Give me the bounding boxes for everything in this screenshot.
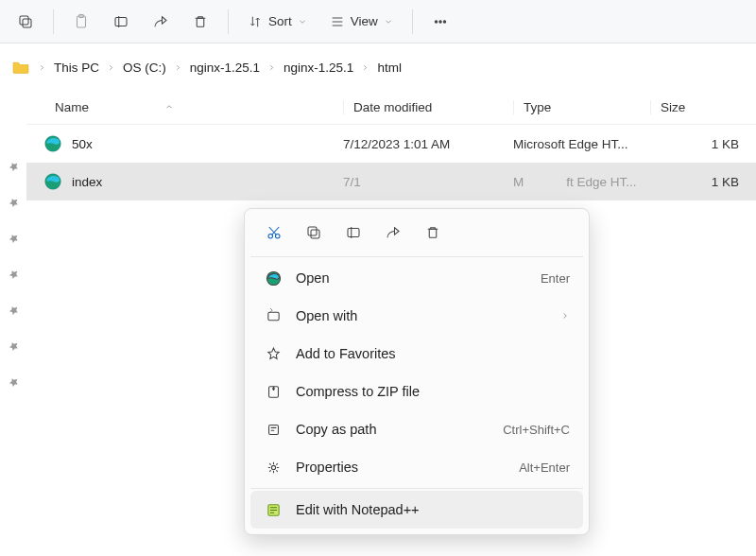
- svg-rect-5: [197, 18, 204, 26]
- chevron-right-icon: [36, 61, 48, 75]
- context-menu: Open Enter Open with Add to Favorites Co…: [244, 208, 590, 535]
- context-menu-separator: [250, 256, 583, 257]
- context-properties[interactable]: Properties Alt+Enter: [250, 448, 583, 486]
- zip-icon: [266, 384, 282, 400]
- toolbar: Sort View: [0, 0, 756, 43]
- folder-icon: [11, 60, 30, 75]
- rename-icon[interactable]: [103, 5, 139, 39]
- svg-rect-4: [115, 17, 127, 26]
- column-size-label: Size: [661, 100, 685, 114]
- svg-point-7: [439, 20, 441, 22]
- view-label: View: [351, 14, 378, 28]
- sort-label: Sort: [268, 14, 292, 28]
- file-row[interactable]: index 7/1 M ft Edge HT... 1 KB: [26, 163, 756, 200]
- file-name: 50x: [72, 137, 93, 151]
- context-favorites-label: Add to Favorites: [296, 346, 570, 361]
- file-type: M ft Edge HT...: [513, 175, 650, 189]
- delete-icon[interactable]: [422, 222, 443, 243]
- file-row[interactable]: 50x 7/12/2023 1:01 AM Microsoft Edge HT.…: [26, 125, 756, 163]
- copy-path-icon: [266, 422, 282, 438]
- context-copy-path[interactable]: Copy as path Ctrl+Shift+C: [250, 410, 583, 448]
- column-size[interactable]: Size: [650, 100, 756, 114]
- column-date[interactable]: Date modified: [343, 100, 513, 114]
- sort-caret-icon: [164, 100, 174, 114]
- breadcrumb[interactable]: This PC OS (C:) nginx-1.25.1 nginx-1.25.…: [0, 43, 756, 91]
- context-open-with[interactable]: Open with: [250, 297, 583, 335]
- new-icon[interactable]: [8, 5, 43, 39]
- pin-icon[interactable]: [8, 233, 20, 248]
- context-open-hint: Enter: [541, 271, 570, 286]
- cut-icon[interactable]: [264, 222, 284, 243]
- context-open-label: Open: [296, 270, 527, 286]
- file-size: 1 KB: [650, 175, 756, 189]
- edge-icon: [266, 270, 282, 287]
- svg-point-6: [435, 20, 437, 22]
- crumb-html[interactable]: html: [377, 61, 402, 75]
- file-type: Microsoft Edge HT...: [513, 137, 650, 151]
- file-date: 7/12/2023 1:01 AM: [343, 137, 513, 151]
- svg-rect-1: [23, 19, 31, 27]
- svg-rect-22: [268, 425, 278, 434]
- pin-icon[interactable]: [8, 161, 20, 176]
- crumb-this-pc[interactable]: This PC: [54, 61, 99, 75]
- paste-icon[interactable]: [63, 5, 99, 39]
- context-copy-path-label: Copy as path: [296, 422, 490, 437]
- context-open[interactable]: Open Enter: [250, 259, 583, 297]
- open-with-icon: [266, 308, 282, 324]
- pin-icon[interactable]: [8, 304, 20, 320]
- properties-icon: [266, 460, 282, 476]
- svg-rect-16: [311, 230, 319, 238]
- crumb-nginx-1[interactable]: nginx-1.25.1: [190, 61, 260, 75]
- chevron-right-icon: [105, 61, 117, 75]
- more-icon[interactable]: [422, 5, 458, 39]
- svg-point-23: [271, 465, 275, 469]
- share-icon[interactable]: [143, 5, 179, 39]
- context-compress[interactable]: Compress to ZIP file: [250, 373, 583, 410]
- left-rail: [0, 91, 26, 556]
- toolbar-separator: [53, 9, 54, 34]
- pin-icon[interactable]: [8, 376, 20, 391]
- context-menu-quickactions: [250, 215, 583, 254]
- pin-icon[interactable]: [8, 340, 20, 356]
- edge-icon: [43, 172, 62, 191]
- star-icon: [266, 346, 282, 362]
- crumb-nginx-2[interactable]: nginx-1.25.1: [284, 61, 353, 75]
- context-favorites[interactable]: Add to Favorites: [250, 335, 583, 373]
- notepadpp-icon: [266, 502, 282, 518]
- view-dropdown[interactable]: View: [320, 5, 403, 39]
- context-edit-npp-label: Edit with Notepad++: [296, 502, 570, 517]
- svg-rect-17: [348, 229, 359, 237]
- context-edit-notepadpp[interactable]: Edit with Notepad++: [250, 491, 583, 529]
- crumb-os-c[interactable]: OS (C:): [123, 61, 166, 75]
- svg-rect-15: [308, 227, 317, 235]
- pin-icon[interactable]: [8, 269, 20, 284]
- chevron-right-icon: [359, 61, 371, 75]
- context-open-with-label: Open with: [296, 308, 547, 323]
- chevron-right-icon: [266, 61, 278, 75]
- file-date: 7/1: [343, 175, 513, 189]
- column-name-label: Name: [55, 100, 89, 114]
- svg-rect-18: [429, 229, 437, 237]
- column-headers: Name Date modified Type Size: [26, 91, 756, 125]
- rename-icon[interactable]: [343, 222, 364, 243]
- context-properties-hint: Alt+Enter: [519, 460, 570, 475]
- pin-icon[interactable]: [8, 197, 20, 212]
- file-size: 1 KB: [650, 137, 756, 151]
- column-type[interactable]: Type: [513, 100, 650, 114]
- sort-dropdown[interactable]: Sort: [238, 5, 317, 39]
- context-properties-label: Properties: [296, 460, 506, 475]
- share-icon[interactable]: [383, 222, 404, 243]
- chevron-right-icon: [560, 309, 570, 323]
- delete-icon[interactable]: [182, 5, 218, 39]
- file-name: index: [72, 175, 102, 189]
- context-copy-path-hint: Ctrl+Shift+C: [503, 423, 570, 437]
- svg-point-8: [443, 20, 445, 22]
- copy-icon[interactable]: [303, 222, 324, 243]
- edge-icon: [43, 134, 62, 153]
- column-date-label: Date modified: [353, 100, 432, 114]
- chevron-right-icon: [172, 61, 184, 75]
- context-compress-label: Compress to ZIP file: [296, 384, 570, 399]
- svg-rect-0: [20, 16, 28, 25]
- column-name[interactable]: Name: [55, 100, 343, 114]
- context-menu-separator: [250, 488, 583, 489]
